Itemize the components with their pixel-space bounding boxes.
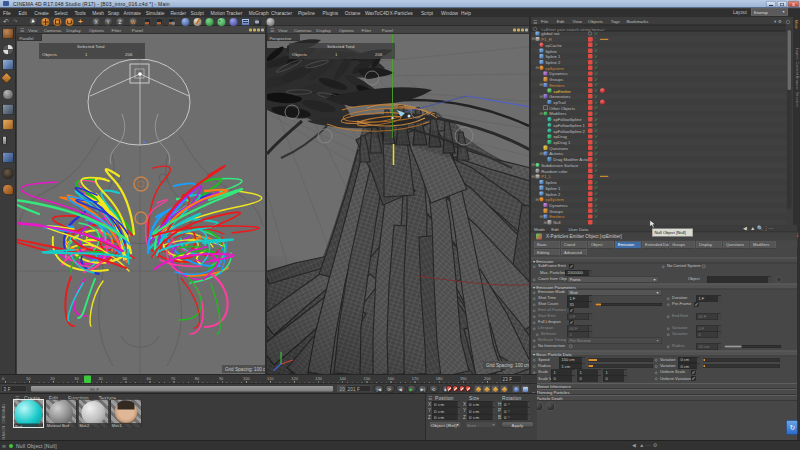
- svg-text:Grid Spacing: 100 cm: Grid Spacing: 100 cm: [225, 367, 265, 372]
- svg-text:Grid Spacing: 100 cm: Grid Spacing: 100 cm: [486, 363, 529, 368]
